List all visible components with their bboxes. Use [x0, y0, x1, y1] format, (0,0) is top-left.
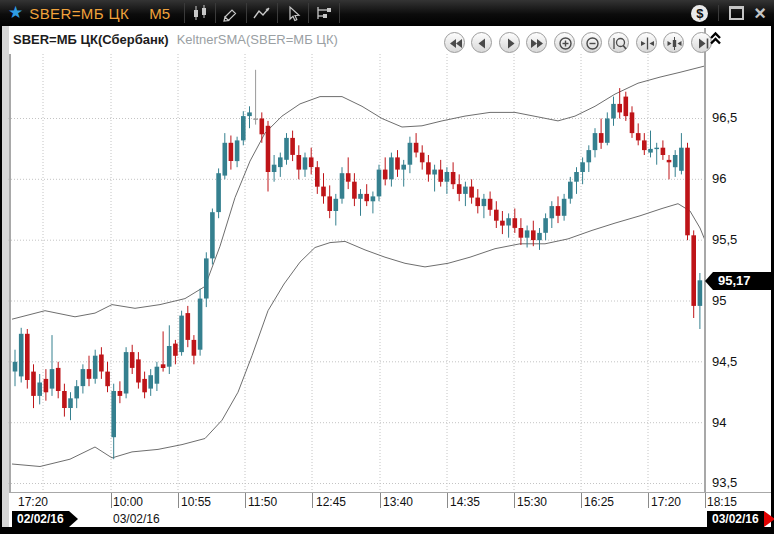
application-window: ★ SBER=МБ ЦК М5 $ × SBER=МБ ЦК(Сбербанк)… — [0, 0, 774, 534]
price-tick-label: 95,5 — [712, 232, 737, 247]
price-chart[interactable] — [8, 54, 705, 492]
zoom-in-button-icon — [555, 33, 576, 54]
time-tick — [111, 493, 112, 508]
compress-candles-button[interactable] — [663, 32, 684, 53]
time-tick — [312, 493, 313, 508]
interval-label: М5 — [149, 5, 170, 22]
price-tick-label: 95 — [712, 293, 726, 308]
time-tick-label: 17:20 — [18, 495, 48, 509]
indicator-label: KeltnerSMA(SBER=МБ ЦК) — [177, 32, 338, 47]
price-tick-label: 96,5 — [712, 110, 737, 125]
favorite-star-icon: ★ — [8, 0, 23, 26]
compress-scale-button-icon — [637, 33, 658, 54]
cursor-icon[interactable] — [277, 3, 308, 23]
time-tick-label: 16:25 — [584, 495, 614, 509]
time-tick-label: 10:00 — [113, 495, 143, 509]
price-tick-label: 94 — [712, 415, 726, 430]
chart-header: SBER=МБ ЦК(Сбербанк)KeltnerSMA(SBER=МБ Ц… — [13, 32, 338, 47]
zoom-out-button[interactable] — [581, 32, 602, 53]
scroll-end-button-icon — [527, 33, 548, 54]
scroll-right-button[interactable] — [499, 32, 520, 53]
time-tick — [705, 493, 706, 508]
indicator-icon[interactable] — [246, 3, 277, 23]
date-badge-right-arrow — [764, 511, 774, 527]
zoom-region-button-icon — [609, 33, 630, 54]
zoom-in-button[interactable] — [554, 32, 575, 53]
scroll-end-button[interactable] — [526, 32, 547, 53]
close-icon[interactable]: × — [754, 4, 766, 22]
window-controls: $ × — [691, 0, 766, 26]
date-badge-left-arrow — [69, 511, 78, 527]
plot-right-border — [704, 28, 706, 492]
zoom-out-button-icon — [582, 33, 603, 54]
plot-bottom-border — [9, 492, 771, 493]
candles-icon[interactable] — [184, 3, 215, 23]
price-tick-label: 96 — [712, 171, 726, 186]
time-tick — [447, 493, 448, 508]
restore-icon[interactable] — [729, 6, 744, 20]
time-tick-label: 18:15 — [707, 495, 737, 509]
time-tick — [514, 493, 515, 508]
time-tick — [245, 493, 246, 508]
controls-divider — [718, 5, 719, 21]
titlebar-toolbar — [184, 0, 340, 26]
time-tick-label: 15:30 — [517, 495, 547, 509]
compress-scale-button[interactable] — [636, 32, 657, 53]
dollar-icon[interactable]: $ — [691, 5, 708, 22]
scroll-left-button[interactable] — [471, 32, 492, 53]
levels-icon[interactable] — [308, 3, 340, 23]
chevrons-up-icon — [708, 31, 723, 46]
last-price-arrow — [705, 272, 713, 290]
time-tick-label: 12:45 — [316, 495, 346, 509]
last-price-badge: 95,17 — [713, 272, 774, 290]
price-tick-label: 94,5 — [712, 354, 737, 369]
time-tick — [380, 493, 381, 508]
time-tick-label: 10:55 — [181, 495, 211, 509]
instrument-label: SBER=МБ ЦК(Сбербанк) — [13, 32, 169, 47]
window-title: SBER=МБ ЦК — [29, 5, 129, 22]
plot-left-border — [9, 54, 11, 492]
time-tick-label: 11:50 — [248, 495, 277, 509]
time-tick-label: 17:20 — [651, 495, 681, 509]
scroll-start-button[interactable] — [444, 32, 465, 53]
date-badge-left: 02/02/16 — [12, 511, 69, 528]
time-tick — [648, 493, 649, 508]
scroll-start-button-icon — [445, 33, 466, 54]
price-tick-label: 93,5 — [712, 475, 737, 490]
scroll-left-button-icon — [472, 33, 493, 54]
collapse-button[interactable] — [708, 31, 723, 50]
time-tick — [178, 493, 179, 508]
title-bar[interactable]: ★ SBER=МБ ЦК М5 $ × — [0, 0, 774, 26]
axis-date-label: 03/02/16 — [113, 512, 160, 526]
scroll-right-button-icon — [500, 33, 521, 54]
time-tick-label: 13:40 — [383, 495, 413, 509]
zoom-region-button[interactable] — [608, 32, 629, 53]
compress-candles-button-icon — [664, 33, 685, 54]
time-tick-label: 14:35 — [450, 495, 480, 509]
draw-icon[interactable] — [215, 3, 246, 23]
date-badge-right: 03/02/16 — [707, 511, 764, 528]
time-tick — [581, 493, 582, 508]
